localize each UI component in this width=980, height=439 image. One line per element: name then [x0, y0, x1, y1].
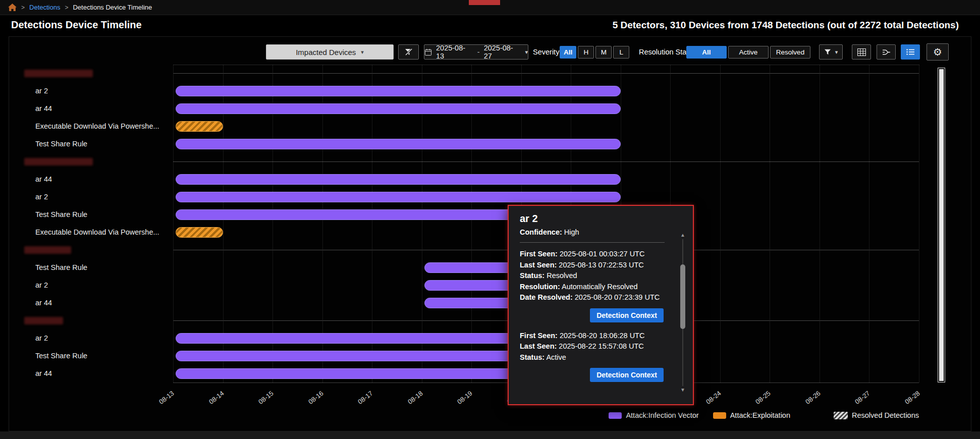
- timeline-bar[interactable]: [176, 103, 621, 114]
- breadcrumb-current: Detections Device Timeline: [73, 4, 152, 11]
- detection-row-label: Test Share Rule: [35, 259, 87, 277]
- tooltip-field-value: Resolved: [545, 271, 577, 280]
- detection-row-label: ar 44: [35, 365, 52, 382]
- severity-option-l[interactable]: L: [613, 46, 629, 59]
- filter-menu-button[interactable]: ▾: [819, 44, 843, 60]
- gridline: [820, 65, 820, 382]
- tooltip-field: First Seen: 2025-08-01 00:03:27 UTC: [520, 249, 665, 260]
- tooltip-button-row: Detection Context: [520, 308, 664, 322]
- date-range-picker[interactable]: 2025-08-13 - 2025-08-27 ▾: [424, 44, 528, 60]
- x-axis-tick-label: 08-16: [289, 390, 325, 420]
- footer-strip: [0, 431, 980, 439]
- breadcrumb-separator: >: [65, 4, 68, 11]
- tooltip-field: Last Seen: 2025-08-22 15:57:08 UTC: [520, 341, 665, 352]
- date-range-start: 2025-08-13: [436, 44, 473, 60]
- tooltip-field-label: Date Resolved:: [520, 293, 573, 301]
- tooltip-field: Resolution: Automatically Resolved: [520, 282, 665, 293]
- detection-row-label: Test Share Rule: [35, 347, 87, 365]
- detection-row-label: ar 44: [35, 100, 52, 118]
- detection-row-label: ar 2: [35, 82, 48, 100]
- detection-tooltip: ar 2 Confidence: High First Seen: 2025-0…: [508, 205, 694, 405]
- tooltip-section: First Seen: 2025-08-01 00:03:27 UTCLast …: [520, 249, 665, 322]
- timeline-bar[interactable]: [176, 86, 621, 96]
- device-group-label-redacted: [24, 317, 63, 324]
- tooltip-field: Status: Resolved: [520, 270, 665, 282]
- confidence-label: Confidence:: [520, 228, 562, 236]
- tooltip-field-label: Status:: [520, 271, 545, 280]
- detection-row-label: Executable Download Via Powershe...: [35, 118, 159, 135]
- timeline-bar[interactable]: [176, 121, 223, 132]
- group-separator-line: [173, 161, 919, 162]
- x-axis-tick-label: 08-18: [389, 390, 424, 420]
- page-title: Detections Device Timeline: [11, 19, 142, 31]
- detection-context-button[interactable]: Detection Context: [590, 368, 664, 382]
- legend-label: Attack:Infection Vector: [626, 411, 698, 419]
- tooltip-field-value: 2025-08-20 07:23:39 UTC: [573, 293, 660, 301]
- tooltip-field-value: Automatically Resolved: [560, 283, 638, 291]
- tooltip-field: First Seen: 2025-08-20 18:06:28 UTC: [520, 331, 665, 342]
- resolution-option-active[interactable]: Active: [728, 46, 769, 59]
- confidence-value: High: [564, 228, 579, 236]
- severity-group: AllHML: [560, 46, 629, 59]
- tooltip-field-label: Status:: [520, 353, 545, 361]
- tooltip-scrollbar-thumb[interactable]: [680, 264, 685, 329]
- legend-item: Attack:Infection Vector: [609, 411, 698, 419]
- tooltip-field-value: Active: [545, 353, 566, 361]
- clear-filter-icon: [405, 48, 413, 56]
- clear-filter-button[interactable]: [398, 44, 419, 60]
- legend-item: Resolved Detections: [834, 411, 919, 419]
- timeline-bar[interactable]: [176, 192, 621, 202]
- severity-option-m[interactable]: M: [595, 46, 612, 59]
- list-icon: [906, 49, 914, 55]
- tooltip-scrollbar-track: [682, 239, 683, 386]
- table-view-button[interactable]: [852, 44, 871, 60]
- resolution-option-all[interactable]: All: [686, 46, 727, 59]
- tooltip-field-label: Last Seen:: [520, 261, 557, 269]
- scroll-up-icon[interactable]: ▲: [679, 232, 687, 238]
- chevron-down-icon: ▾: [835, 49, 838, 56]
- timeline-bar[interactable]: [176, 227, 223, 238]
- tooltip-button-row: Detection Context: [520, 368, 664, 382]
- timeline-bar[interactable]: [176, 139, 621, 149]
- x-axis-tick-label: 08-15: [239, 390, 275, 420]
- resolution-option-resolved[interactable]: Resolved: [770, 46, 810, 59]
- table-icon: [857, 48, 866, 56]
- tooltip-field: Last Seen: 2025-08-13 07:22:53 UTC: [520, 260, 665, 271]
- detection-context-button[interactable]: Detection Context: [590, 308, 664, 322]
- impacted-devices-label: Impacted Devices: [296, 48, 356, 57]
- tooltip-scrollbar[interactable]: ▲ ▼: [679, 232, 687, 393]
- list-view-button[interactable]: [901, 44, 920, 60]
- device-group-label-redacted: [24, 246, 71, 254]
- x-axis-tick-label: 08-14: [189, 390, 225, 420]
- legend-swatch-hatched-gray: [834, 412, 848, 419]
- flow-view-button[interactable]: [877, 44, 896, 60]
- impacted-devices-dropdown[interactable]: Impacted Devices ▾: [266, 44, 394, 60]
- legend-item: Attack:Exploitation: [713, 411, 790, 419]
- breadcrumb-link-detections[interactable]: Detections: [29, 4, 60, 11]
- date-range-separator: -: [477, 48, 480, 56]
- x-axis-tick-label: 08-19: [438, 390, 474, 420]
- severity-option-all[interactable]: All: [560, 46, 576, 59]
- gridline: [770, 65, 770, 382]
- tooltip-field-value: 2025-08-20 18:06:28 UTC: [558, 332, 645, 340]
- tooltip-divider: [520, 242, 665, 243]
- settings-button[interactable]: ⚙: [927, 43, 949, 61]
- chart-scrollbar-thumb[interactable]: [939, 69, 944, 381]
- severity-option-h[interactable]: H: [578, 46, 594, 59]
- legend-label: Attack:Exploitation: [730, 411, 790, 419]
- detection-row-label: Test Share Rule: [35, 135, 87, 153]
- detection-row-label: ar 44: [35, 294, 52, 312]
- tooltip-field-value: 2025-08-01 00:03:27 UTC: [558, 250, 645, 258]
- gridline: [720, 65, 721, 382]
- tooltip-section: First Seen: 2025-08-20 18:06:28 UTCLast …: [520, 331, 665, 382]
- tooltip-confidence: Confidence: High: [520, 227, 665, 238]
- device-group-label-redacted: [24, 70, 93, 77]
- scroll-down-icon[interactable]: ▼: [679, 387, 687, 393]
- timeline-bar[interactable]: [176, 174, 621, 185]
- tooltip-field-value: 2025-08-22 15:57:08 UTC: [557, 342, 644, 350]
- chart-scrollbar[interactable]: [938, 68, 945, 382]
- timeline-chart: 08-1308-1408-1508-1608-1708-1808-1908-20…: [0, 65, 980, 418]
- home-icon[interactable]: [8, 4, 17, 11]
- gridline: [173, 65, 174, 382]
- group-separator-line: [173, 73, 919, 74]
